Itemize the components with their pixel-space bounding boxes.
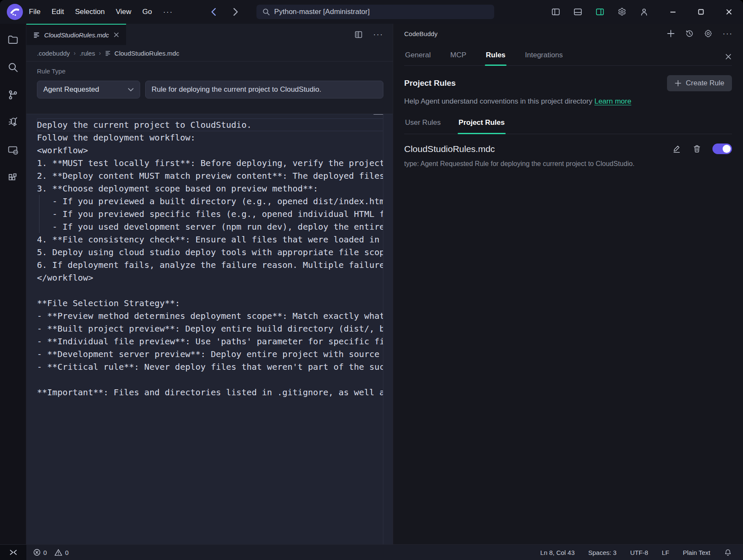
statusbar-right: Ln 8, Col 43 Spaces: 3 UTF-8 LF Plain Te… [540, 549, 743, 557]
code-line: 1. **MUST test locally first**: Before d… [37, 157, 383, 169]
close-tab-icon[interactable] [113, 32, 119, 38]
code-line: - **Built project preview**: Deploy enti… [37, 322, 383, 335]
rule-type-select[interactable]: Agent Requested [37, 81, 140, 98]
delete-trash-icon[interactable] [692, 144, 701, 153]
run-debug-icon[interactable] [7, 117, 19, 128]
search-icon [262, 8, 270, 16]
chevron-right-icon: › [74, 50, 76, 56]
section-title: Project Rules [404, 79, 456, 88]
split-editor-icon[interactable] [354, 30, 363, 39]
indentation-setting[interactable]: Spaces: 3 [588, 549, 617, 556]
tab-rules[interactable]: Rules [485, 47, 506, 65]
code-line: 4. **File consistency check**: Ensure al… [37, 233, 383, 246]
menu-go[interactable]: Go [142, 8, 152, 16]
source-control-icon[interactable] [7, 89, 19, 101]
remote-indicator[interactable] [0, 545, 26, 560]
splitter-handle[interactable] [373, 114, 383, 115]
cursor-position[interactable]: Ln 8, Col 43 [540, 549, 575, 556]
titlebar-controls [551, 7, 743, 17]
explorer-icon[interactable] [7, 34, 19, 45]
tab-cloudstudiorules[interactable]: CloudStudioRules.mdc [26, 24, 126, 45]
project-rules-header: Project Rules Create Rule [404, 75, 732, 91]
code-line: - If you used development server (npm ru… [37, 220, 383, 233]
breadcrumb-codebuddy[interactable]: .codebuddy [37, 50, 70, 57]
rules-subtabs: User Rules Project Rules [404, 118, 732, 134]
editor-actions: ··· [354, 24, 393, 45]
code-line: **File Selection Strategy**: [37, 297, 383, 310]
tab-mcp[interactable]: MCP [449, 47, 467, 65]
panel-settings-icon[interactable] [704, 29, 712, 38]
code-line: Deploy the current project to CloudStudi… [37, 118, 383, 131]
breadcrumb-filename[interactable]: CloudStudioRules.mdc [115, 50, 180, 57]
language-mode[interactable]: Plain Text [683, 549, 710, 556]
app-logo-icon[interactable] [7, 4, 23, 20]
search-panel-icon[interactable] [7, 62, 19, 73]
back-icon[interactable] [210, 8, 217, 16]
eol-setting[interactable]: LF [662, 549, 670, 556]
toggle-right-sidebar-icon[interactable] [595, 7, 605, 17]
learn-more-link[interactable]: Learn more [594, 97, 631, 105]
code-editor[interactable]: Deploy the current project to CloudStudi… [26, 114, 393, 544]
close-panel-icon[interactable] [725, 53, 732, 65]
history-icon[interactable] [685, 29, 694, 38]
editor-more-icon[interactable]: ··· [373, 30, 383, 39]
toggle-bottom-panel-icon[interactable] [573, 7, 583, 17]
menu-edit[interactable]: Edit [51, 8, 64, 16]
rule-enabled-toggle[interactable] [712, 144, 732, 154]
menu-selection[interactable]: Selection [75, 8, 105, 16]
rule-type-label: Rule Type [37, 68, 383, 75]
code-line: **Important**: Files and directories lis… [37, 386, 383, 399]
menu-view[interactable]: View [116, 8, 132, 16]
minimize-button[interactable] [669, 8, 677, 16]
panel-more-icon[interactable]: ··· [723, 29, 733, 38]
panel-header-actions: ··· [667, 29, 733, 38]
code-line: <workflow> [37, 144, 383, 157]
maximize-button[interactable] [697, 8, 705, 16]
rule-description-value: Rule for deploying the current project t… [152, 85, 321, 94]
rule-actions [672, 144, 732, 154]
edit-pencil-icon[interactable] [672, 144, 681, 154]
toggle-left-sidebar-icon[interactable] [551, 7, 560, 17]
tab-general[interactable]: General [404, 47, 431, 65]
create-rule-button[interactable]: Create Rule [667, 75, 732, 91]
code-line: - If you previewed specific files (e.g.,… [37, 208, 383, 220]
create-rule-label: Create Rule [686, 79, 724, 87]
problems-summary[interactable]: 0 0 [33, 549, 69, 556]
code-line: 2. **Deploy content MUST match preview c… [37, 169, 383, 182]
search-input[interactable]: Python-master [Administrator] [256, 5, 494, 19]
extensions-icon[interactable] [7, 172, 19, 183]
subtab-project-rules[interactable]: Project Rules [458, 118, 506, 134]
scrollbar-track[interactable] [383, 114, 383, 544]
code-line: - **Critical rule**: Never deploy files … [37, 360, 383, 373]
rule-list-item: CloudStudioRules.mdc [404, 144, 732, 154]
help-text: Help Agent understand conventions in thi… [404, 97, 732, 106]
editor-group: CloudStudioRules.mdc ··· .codebuddy › .r… [26, 24, 393, 544]
encoding-setting[interactable]: UTF-8 [630, 549, 648, 556]
settings-gear-icon[interactable] [617, 7, 627, 17]
errors-count: 0 [43, 549, 47, 556]
search-value: Python-master [Administrator] [274, 8, 370, 16]
notifications-bell-icon[interactable] [724, 549, 732, 557]
chevron-down-icon [128, 88, 134, 92]
rule-description-input[interactable]: Rule for deploying the current project t… [145, 81, 383, 98]
warnings-indicator[interactable]: 0 [54, 549, 68, 556]
history-nav [210, 8, 239, 16]
account-icon[interactable] [639, 7, 649, 17]
remote-explorer-icon[interactable] [7, 144, 19, 156]
more-menus-icon[interactable]: ··· [163, 8, 173, 17]
panel-tabs: General MCP Rules Integrations [404, 47, 732, 66]
code-line [37, 373, 383, 386]
code-line: 3. **Choose deployment scope based on pr… [37, 182, 383, 195]
breadcrumb-rules[interactable]: .rules [79, 50, 95, 57]
close-window-button[interactable] [725, 8, 733, 16]
tab-title: CloudStudioRules.mdc [44, 31, 109, 39]
errors-indicator[interactable]: 0 [33, 549, 47, 556]
menu-file[interactable]: File [29, 8, 40, 16]
new-chat-plus-icon[interactable] [667, 29, 675, 38]
forward-icon[interactable] [232, 8, 239, 16]
app-window: File Edit Selection View Go ··· Python-m… [0, 0, 743, 560]
subtab-user-rules[interactable]: User Rules [404, 118, 442, 134]
file-lines-icon [33, 31, 40, 38]
tab-integrations[interactable]: Integrations [524, 47, 564, 65]
code-line: - If you previewed a built directory (e.… [37, 195, 383, 208]
